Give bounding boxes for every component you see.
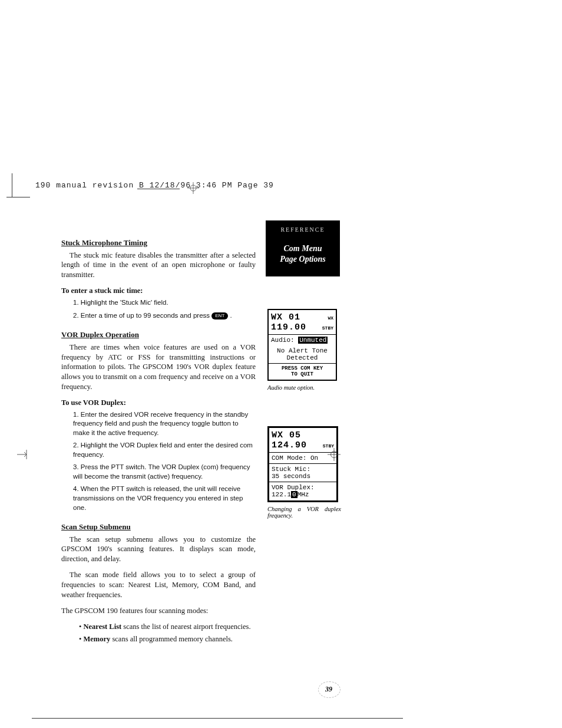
page: 190 manual revision B 12/18/96 3:46 PM P…: [0, 0, 562, 728]
arrow-right-icon: [17, 450, 29, 459]
reference-title-line1: Com Menu: [268, 243, 338, 254]
bullet-text: scans all programmed memory channels.: [110, 635, 233, 643]
page-number: 39: [325, 685, 332, 694]
step-text: .: [228, 312, 232, 319]
paragraph: The scan mode field allows you to to sel…: [61, 570, 256, 600]
reference-box: REFERENCE Com Menu Page Options: [266, 220, 340, 276]
screen-frequency: 119.00: [271, 322, 306, 332]
step-2: 2. Highlight the VOR Duplex field and en…: [73, 441, 256, 459]
screen-hint: TO QUIT: [271, 371, 333, 377]
subheading: To use VOR Duplex:: [61, 398, 256, 408]
screen-frequency: 124.90: [272, 440, 307, 450]
screen-stuckmic-label: Stuck Mic:: [272, 466, 334, 473]
bullet-text: scans the list of nearest airport freque…: [121, 622, 250, 631]
screen-stuckmic-value: 35 seconds: [272, 473, 334, 480]
screen-vorduplex-value: 122.10MHz: [272, 491, 334, 498]
screen-value-part: 122.1: [272, 491, 291, 498]
step-3: 3. Press the PTT switch. The VOR Duplex …: [73, 463, 256, 481]
registration-mark-icon: [187, 182, 199, 194]
screen-status-line: Detected: [271, 354, 333, 361]
reference-title-line2: Page Options: [268, 254, 338, 265]
figure-caption: Audio mute option.: [267, 384, 341, 391]
bullet-term: Nearest List: [84, 622, 122, 631]
screen-mode-indicator: WX: [328, 315, 333, 321]
screen-hint: PRESS COM KEY: [271, 365, 333, 371]
screen-channel: WX 01: [271, 312, 300, 322]
screen-cursor-digit: 0: [291, 491, 297, 498]
heading-stuck-mic: Stuck Microphone Timing: [61, 238, 256, 248]
step-1: 1. Enter the desired VOR receive frequen…: [73, 410, 256, 438]
step-1: 1. Highlight the 'Stuck Mic' field.: [73, 298, 256, 308]
header-rule: [137, 189, 180, 189]
screen-selected-value: Unmuted: [298, 337, 328, 344]
step-4: 4. When the PTT switch is released, the …: [73, 485, 256, 512]
list-item: • Nearest List scans the list of nearest…: [79, 622, 256, 632]
device-screen-fig1: WX 01 WX 119.00 STBY Audio: Unmuted No A…: [267, 309, 337, 381]
paragraph: There are times when voice features are …: [61, 342, 256, 392]
bullet-term: Memory: [84, 635, 111, 643]
paragraph: The GPSCOM 190 features four scanning mo…: [61, 606, 256, 616]
crop-mark: [12, 173, 36, 197]
crop-mark: [32, 718, 403, 719]
paragraph: The scan setup submenu allows you to cus…: [61, 535, 256, 565]
step-2: 2. Enter a time of up to 99 seconds and …: [73, 311, 256, 321]
heading-vor-duplex: VOR Duplex Operation: [61, 330, 256, 340]
screen-commode-row: COM Mode: On: [272, 454, 334, 462]
device-screen-fig2: WX 05 124.90 STBY COM Mode: On Stuck Mic…: [267, 426, 338, 502]
screen-label: Audio:: [271, 337, 298, 344]
screen-audio-row: Audio: Unmuted: [271, 337, 333, 344]
heading-scan-setup: Scan Setup Submenu: [61, 522, 256, 532]
screen-vorduplex-label: VOR Duplex:: [272, 484, 334, 491]
list-item: • Memory scans all programmed memory cha…: [79, 634, 256, 644]
reference-label: REFERENCE: [268, 226, 338, 233]
reference-column: REFERENCE Com Menu Page Options WX 01 WX…: [266, 220, 395, 554]
paragraph: The stuck mic feature disables the trans…: [61, 251, 256, 281]
subheading: To enter a stuck mic time:: [61, 286, 256, 296]
screen-status-line: No Alert Tone: [271, 347, 333, 354]
screen-value-unit: MHz: [297, 491, 309, 498]
ent-button-icon: ENT: [211, 312, 228, 319]
registration-mark-icon: [328, 448, 340, 461]
main-text-column: Stuck Microphone Timing The stuck mic fe…: [61, 233, 256, 646]
step-text: 2. Enter a time of up to 99 seconds and …: [73, 312, 211, 319]
screen-channel: WX 05: [272, 430, 334, 440]
figure-caption: Changing a VOR duplex frequency.: [267, 506, 341, 519]
screen-stby-indicator: STBY: [322, 325, 333, 331]
